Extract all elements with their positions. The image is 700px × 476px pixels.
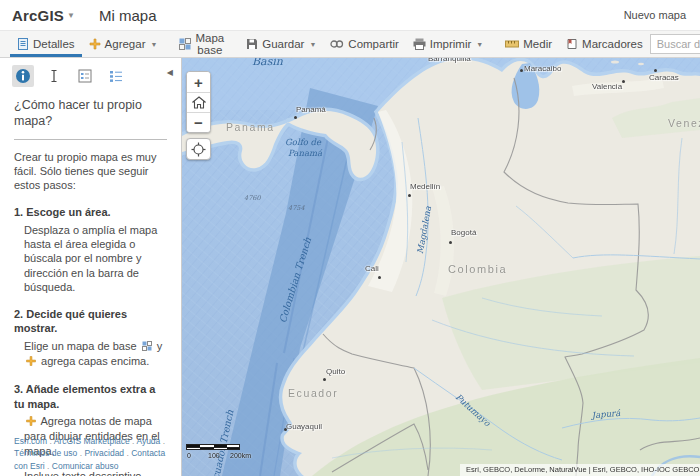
collapse-panel-arrow[interactable]: ◀ bbox=[167, 68, 173, 78]
step2-text-post: agrega capas encima. bbox=[41, 355, 149, 367]
add-label: Agregar bbox=[105, 38, 146, 50]
panel-intro: Crear tu propio mapa es muy fácil. Sólo … bbox=[14, 150, 167, 193]
details-label: Detalles bbox=[33, 38, 75, 50]
footer-link[interactable]: Comunicar abuso bbox=[52, 461, 119, 471]
step2-body: Elige un mapa de base y agrega capas enc… bbox=[24, 339, 167, 370]
home-icon bbox=[192, 96, 206, 109]
printer-icon bbox=[413, 38, 426, 50]
scale-tick: 100 bbox=[208, 452, 220, 459]
step1-body: Desplaza o amplía el mapa hasta el área … bbox=[24, 223, 167, 294]
basemap-graphics bbox=[182, 58, 700, 476]
panel-divider bbox=[14, 139, 167, 140]
locate-icon bbox=[191, 142, 206, 157]
about-tab[interactable] bbox=[12, 65, 34, 87]
footer-separator: . bbox=[47, 436, 54, 446]
panel-title: ¿Cómo hacer tu propio mapa? bbox=[14, 97, 167, 130]
footer-link[interactable]: Términos de uso bbox=[14, 448, 77, 458]
step1-heading: 1. Escoge un área. bbox=[14, 205, 167, 219]
scale-tick: 0 bbox=[187, 452, 191, 459]
legend-icon bbox=[109, 70, 123, 83]
step3-heading: 3. Añade elementos extra a tu mapa. bbox=[14, 382, 167, 411]
step2-text-pre: Elige un mapa de base bbox=[24, 340, 137, 352]
search-input[interactable] bbox=[650, 34, 700, 54]
print-label: Imprimir bbox=[430, 38, 472, 50]
print-button[interactable]: Imprimir ▼ bbox=[406, 31, 490, 57]
footer-separator: . bbox=[45, 461, 52, 471]
save-label: Guardar bbox=[262, 38, 304, 50]
chevron-down-icon: ▼ bbox=[476, 41, 483, 48]
save-icon bbox=[246, 38, 258, 50]
map-attribution: Esri, GEBCO, DeLorme, NaturalVue | Esri,… bbox=[460, 464, 700, 476]
sidebar-footer-links: Esri.com . ArcGIS Marketplace . Ayuda . … bbox=[14, 435, 173, 472]
scale-bar-segments bbox=[186, 447, 240, 450]
basemap-mini-icon bbox=[142, 340, 152, 354]
measure-button[interactable]: Medir bbox=[498, 31, 559, 57]
share-label: Compartir bbox=[348, 38, 398, 50]
footer-link[interactable]: Privacidad bbox=[84, 448, 124, 458]
panel-icon-row: ◀ bbox=[0, 58, 181, 91]
toolbar: Detalles Agregar ▼ Mapa base Guardar ▼ C… bbox=[0, 30, 700, 58]
chevron-down-icon: ▼ bbox=[309, 41, 316, 48]
ruler-icon bbox=[505, 39, 519, 49]
home-button[interactable] bbox=[187, 92, 210, 112]
content-icon bbox=[78, 69, 92, 83]
scale-tick: 200km bbox=[230, 452, 251, 459]
zoom-out-button[interactable]: − bbox=[187, 112, 210, 132]
text-cursor-icon bbox=[49, 69, 59, 83]
measure-label: Medir bbox=[523, 38, 552, 50]
share-button[interactable]: Compartir bbox=[323, 31, 405, 57]
bookmarks-button[interactable]: Marcadores bbox=[559, 31, 650, 57]
footer-separator: . bbox=[160, 436, 165, 446]
zoom-in-button[interactable]: + bbox=[187, 72, 210, 92]
link-icon bbox=[330, 39, 344, 49]
locate-button[interactable] bbox=[186, 138, 211, 160]
page-title: Mi mapa bbox=[99, 7, 157, 24]
scale-bar: 0 100 200km bbox=[186, 444, 256, 460]
bookmark-icon bbox=[566, 38, 578, 50]
text-tab[interactable] bbox=[43, 65, 65, 87]
chevron-down-icon: ▼ bbox=[150, 41, 157, 48]
add-mini-icon bbox=[26, 355, 36, 369]
arcgis-map-viewer: ArcGIS ▼ Mi mapa Nuevo mapa Detalles Agr… bbox=[0, 0, 700, 476]
footer-link[interactable]: ArcGIS Marketplace bbox=[54, 436, 130, 446]
footer-link[interactable]: Esri.com bbox=[14, 436, 47, 446]
legend-tab[interactable] bbox=[105, 65, 127, 87]
map-canvas[interactable]: BasinBarranquillaMaracaiboValenciaCaraca… bbox=[182, 58, 700, 476]
new-map-link[interactable]: Nuevo mapa bbox=[624, 9, 686, 21]
basemap-icon bbox=[179, 38, 191, 50]
step2-heading: 2. Decide qué quieres mostrar. bbox=[14, 307, 167, 336]
app-header: ArcGIS ▼ Mi mapa Nuevo mapa bbox=[0, 0, 700, 30]
content-tab[interactable] bbox=[74, 65, 96, 87]
arcgis-logo[interactable]: ArcGIS bbox=[12, 7, 64, 24]
details-panel: ◀ ¿Cómo hacer tu propio mapa? Crear tu p… bbox=[0, 58, 182, 476]
add-button[interactable]: Agregar ▼ bbox=[82, 31, 165, 57]
details-button[interactable]: Detalles bbox=[10, 31, 82, 57]
save-button[interactable]: Guardar ▼ bbox=[239, 31, 323, 57]
add-icon bbox=[89, 38, 101, 50]
step2-text-mid: y bbox=[157, 340, 163, 352]
chevron-down-icon[interactable]: ▼ bbox=[67, 11, 75, 20]
details-icon bbox=[17, 38, 29, 50]
footer-link[interactable]: Ayuda bbox=[136, 436, 160, 446]
bookmarks-label: Marcadores bbox=[582, 38, 643, 50]
basemap-label: Mapa base bbox=[195, 32, 224, 56]
info-icon bbox=[15, 68, 31, 84]
add-mini-icon bbox=[26, 415, 36, 429]
zoom-control-group: + − bbox=[186, 71, 211, 133]
basemap-button[interactable]: Mapa base bbox=[172, 31, 231, 57]
